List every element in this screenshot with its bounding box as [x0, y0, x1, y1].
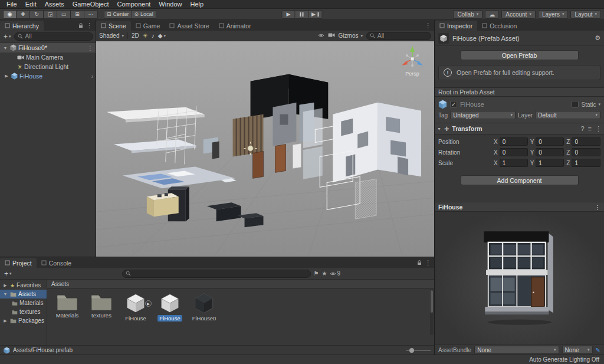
hierarchy-item-fihouse[interactable]: ▶ FiHouse › [0, 71, 96, 81]
presets-icon[interactable]: ≡ [588, 125, 592, 132]
preview-header[interactable]: FiHouse ⋮ [435, 202, 604, 212]
expand-closed-icon[interactable]: ▶ [4, 74, 9, 78]
lighting-status-label[interactable]: Auto Generate Lighting Off [529, 356, 599, 363]
tree-materials[interactable]: Materials [0, 299, 47, 307]
play-button[interactable]: ▶ [282, 10, 296, 19]
position-y-field[interactable]: 0 [536, 137, 564, 146]
add-component-button[interactable]: Add Component [461, 175, 579, 185]
gizmos-dropdown[interactable]: Gizmos▾ [339, 32, 363, 39]
search-by-label-button[interactable]: ★ [322, 270, 327, 277]
asset-item-fihouse-prefab-selected[interactable]: FiHouse [156, 293, 184, 322]
rotate-tool-button[interactable]: ↻ [30, 10, 44, 19]
expand-asset-arrow-icon[interactable]: ▶ [145, 300, 152, 307]
menu-edit[interactable]: Edit [21, 0, 41, 9]
lock-icon[interactable] [78, 23, 83, 28]
pivot-toggle-button[interactable]: ⊡Center [104, 10, 132, 19]
rotation-y-field[interactable]: 0 [536, 148, 564, 156]
panel-menu-icon[interactable]: ⋮ [425, 259, 431, 267]
scale-x-field[interactable]: 1 [500, 159, 528, 167]
inspector-gear-icon[interactable]: ⚙ [595, 34, 600, 42]
hierarchy-item-main-camera[interactable]: Main Camera [0, 53, 96, 62]
tab-console[interactable]: Console [37, 258, 77, 268]
position-x-field[interactable]: 0 [500, 137, 528, 146]
layout-dropdown[interactable]: Layout▾ [570, 10, 601, 19]
hierarchy-search-input[interactable]: All [14, 32, 93, 41]
expand-closed-icon[interactable]: ▶ [2, 319, 8, 323]
move-tool-button[interactable]: ✚ [17, 10, 30, 19]
tag-dropdown[interactable]: Untagged▾ [450, 111, 516, 119]
preview-menu-icon[interactable]: ⋮ [595, 204, 601, 211]
menu-gameobject[interactable]: GameObject [68, 0, 113, 9]
projection-mode-label[interactable]: Persp [405, 71, 419, 77]
menu-window[interactable]: Window [155, 0, 186, 9]
tab-inspector[interactable]: Inspector [435, 21, 477, 31]
search-by-type-button[interactable]: ⚑ [314, 270, 319, 277]
menu-assets[interactable]: Assets [41, 0, 68, 9]
panel-menu-icon[interactable]: ⋮ [425, 22, 431, 29]
scene-camera-settings[interactable] [328, 32, 335, 39]
scene-visibility-toggle[interactable] [318, 32, 324, 39]
tab-hierarchy[interactable]: Hierarchy [0, 21, 44, 31]
layers-dropdown[interactable]: Layers▾ [538, 10, 569, 19]
prefab-preview-area[interactable] [435, 212, 604, 345]
prefab-open-chevron-icon[interactable]: › [91, 73, 93, 80]
transform-component-header[interactable]: ▼ ✚ Transform ? ≡ ⋮ [435, 123, 604, 135]
scene-viewport[interactable]: Persp [96, 41, 434, 257]
assetbundle-dropdown[interactable]: None▾ [474, 346, 559, 354]
scene-audio-toggle[interactable]: ♪ [152, 32, 155, 39]
panel-menu-icon[interactable]: ⋮ [86, 22, 93, 29]
active-checkbox[interactable]: ✓ [450, 101, 457, 108]
create-asset-button[interactable]: +▾ [3, 270, 13, 278]
scene-options-icon[interactable]: ⋮ [87, 45, 93, 51]
rect-tool-button[interactable]: ▭ [57, 10, 71, 19]
rotation-x-field[interactable]: 0 [500, 148, 528, 156]
tab-project[interactable]: Project [0, 258, 37, 268]
asset-item-fihouse-model[interactable]: ▶ FiHouse [122, 293, 150, 322]
menu-file[interactable]: File [2, 0, 21, 9]
scale-y-field[interactable]: 1 [536, 159, 564, 167]
menu-help[interactable]: Help [186, 0, 208, 9]
tree-textures[interactable]: textures [0, 307, 47, 316]
2d-toggle[interactable]: 2D [132, 32, 139, 39]
expand-open-icon[interactable]: ▼ [2, 46, 8, 50]
thumbnail-size-slider[interactable] [406, 350, 431, 351]
assetbundle-variant-dropdown[interactable]: None▾ [562, 346, 593, 354]
collab-dropdown[interactable]: Collab▾ [453, 10, 482, 19]
create-button[interactable]: +▾ [2, 32, 12, 41]
position-z-field[interactable]: 0 [572, 137, 600, 146]
tab-scene[interactable]: Scene [96, 21, 131, 31]
tree-assets[interactable]: ▼ Assets [0, 290, 47, 299]
project-scrollbar[interactable] [430, 289, 434, 335]
space-toggle-button[interactable]: ⊙Local [132, 10, 156, 19]
tree-favorites[interactable]: ▶ ★ Favorites [0, 281, 47, 290]
custom-tool-button[interactable]: ⋯ [84, 10, 98, 19]
scale-tool-button[interactable]: ◲ [44, 10, 57, 19]
asset-item-materials[interactable]: Materials [53, 293, 81, 319]
step-button[interactable]: ▶ [309, 10, 323, 19]
scene-search-input[interactable]: All [366, 32, 431, 40]
scene-lighting-toggle[interactable]: ☀ [143, 32, 148, 39]
component-menu-icon[interactable]: ⋮ [595, 125, 602, 133]
project-search-input[interactable] [122, 270, 311, 278]
menu-component[interactable]: Component [113, 0, 155, 9]
cloud-button[interactable]: ☁ [485, 10, 499, 19]
hidden-count-toggle[interactable]: 9 [330, 270, 340, 277]
tab-animator[interactable]: Animator [214, 21, 256, 31]
transform-tool-button[interactable]: ⊞ [71, 10, 84, 19]
pause-button[interactable] [296, 10, 309, 19]
expand-open-icon[interactable]: ▼ [2, 292, 8, 296]
scene-effects-dropdown[interactable]: ◆▾ [158, 32, 166, 39]
chevron-down-icon[interactable]: ▾ [598, 102, 600, 107]
tab-occlusion[interactable]: Occlusion [477, 21, 521, 31]
hierarchy-item-directional-light[interactable]: ☀ Directional Light [0, 62, 96, 71]
asset-item-textures[interactable]: textures [87, 293, 116, 319]
hierarchy-scene-row[interactable]: ▼ FiHouse0* ⋮ [0, 43, 96, 53]
asset-item-fihouse0-scene[interactable]: FiHouse0 [190, 293, 218, 322]
scale-z-field[interactable]: 1 [572, 159, 600, 167]
layer-dropdown[interactable]: Default▾ [535, 111, 600, 119]
rotation-z-field[interactable]: 0 [572, 148, 600, 156]
expand-closed-icon[interactable]: ▶ [2, 283, 8, 288]
help-icon[interactable]: ? [580, 125, 584, 132]
tree-packages[interactable]: ▶ Packages [0, 316, 47, 325]
tab-game[interactable]: Game [131, 21, 165, 31]
